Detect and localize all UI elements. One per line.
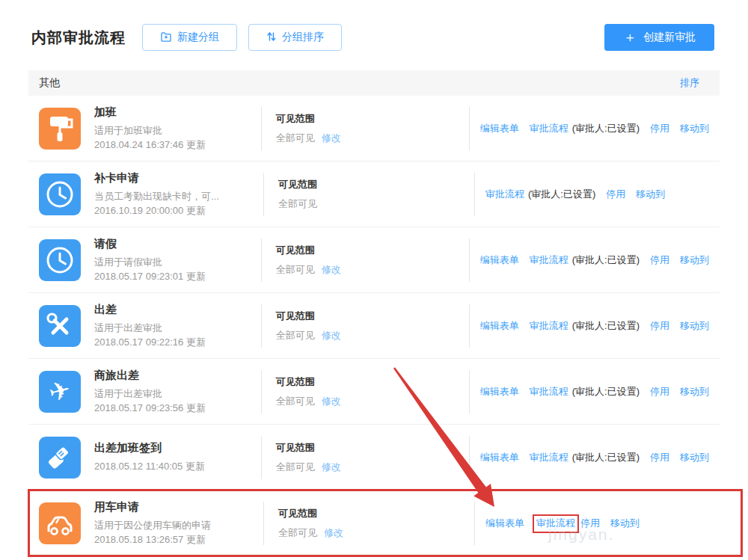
approval-title: 补卡申请 <box>94 171 263 185</box>
plane-icon: ✈ <box>39 371 81 413</box>
approval-desc: 适用于加班审批 <box>94 123 261 138</box>
approval-flow-link[interactable]: 审批流程 <box>530 122 568 135</box>
approver-set-text: (审批人:已设置) <box>572 253 640 267</box>
visible-range-value: 全部可见修改 <box>276 329 469 342</box>
create-approval-button[interactable]: ＋ 创建新审批 <box>604 24 714 51</box>
approver-set-text: (审批人:已设置) <box>572 319 640 333</box>
approval-updated-at: 2018.05.12 11:40:05 更新 <box>94 459 261 473</box>
edit-form-link[interactable]: 编辑表单 <box>480 319 519 333</box>
visible-all-text: 全部可见 <box>278 527 317 538</box>
disable-link[interactable]: 停用 <box>650 253 669 267</box>
handshake-icon <box>39 437 81 479</box>
edit-form-link[interactable]: 编辑表单 <box>480 451 519 464</box>
disable-link[interactable]: 停用 <box>606 188 625 201</box>
plus-icon: ＋ <box>623 31 637 44</box>
page-header: 内部审批流程 新建分组 分组排序 ＋ 创建新审批 <box>0 0 748 51</box>
approval-title: 出差加班签到 <box>94 441 261 455</box>
move-to-link[interactable]: 移动到 <box>680 122 709 135</box>
approval-info: 出差加班签到2018.05.12 11:40:05 更新 <box>94 441 261 473</box>
disable-link[interactable]: 停用 <box>650 385 669 399</box>
visible-range-value: 全部可见 <box>278 197 474 211</box>
approval-row: 出差适用于出差审批2018.05.17 09:22:16 更新可见范围全部可见修… <box>28 293 720 359</box>
approval-updated-at: 2018.05.17 09:22:16 更新 <box>94 335 261 349</box>
group-bar-other: 其他 排序 <box>28 70 720 96</box>
visible-range-label: 可见范围 <box>278 178 474 191</box>
visible-range-column: 可见范围全部可见修改 <box>261 370 469 413</box>
approval-title: 出差 <box>94 303 261 317</box>
approver-set-text: (审批人:已设置) <box>572 122 640 135</box>
annotation-red-box: 审批流程 <box>533 514 579 533</box>
approval-flow-link[interactable]: 审批流程 <box>530 253 568 267</box>
move-to-link[interactable]: 移动到 <box>636 188 665 201</box>
visible-range-label: 可见范围 <box>276 375 469 389</box>
approval-desc: 当员工考勤出现缺卡时，可... <box>94 189 263 203</box>
modify-link[interactable]: 修改 <box>324 527 343 538</box>
edit-form-link[interactable]: 编辑表单 <box>480 385 519 399</box>
approval-flow-link[interactable]: 审批流程 <box>485 188 524 201</box>
approval-updated-at: 2018.05.18 13:26:57 更新 <box>94 532 263 547</box>
visible-range-label: 可见范围 <box>276 112 469 126</box>
modify-link[interactable]: 修改 <box>322 330 341 341</box>
approval-row: ✈商旅出差适用于出差审批2018.05.17 09:23:56 更新可见范围全部… <box>28 359 720 425</box>
approver-set-text: (审批人:已设置) <box>572 451 640 464</box>
edit-form-link[interactable]: 编辑表单 <box>480 122 519 135</box>
edit-form-link[interactable]: 编辑表单 <box>480 253 519 267</box>
visible-all-text: 全部可见 <box>276 264 315 275</box>
move-to-link[interactable]: 移动到 <box>680 385 709 399</box>
visible-range-value: 全部可见修改 <box>276 395 469 408</box>
approval-flow-link[interactable]: 审批流程 <box>536 517 575 529</box>
new-group-label: 新建分组 <box>177 31 219 44</box>
car-icon <box>39 502 81 544</box>
approval-flow-link[interactable]: 审批流程 <box>530 319 568 333</box>
approval-management-page: 内部审批流程 新建分组 分组排序 ＋ 创建新审批 其他 排序 加班适用于加班审批… <box>0 0 748 560</box>
tools-icon <box>39 305 81 347</box>
approval-row: 出差加班签到2018.05.12 11:40:05 更新可见范围全部可见修改编辑… <box>28 425 720 490</box>
modify-link[interactable]: 修改 <box>322 132 341 144</box>
move-to-link[interactable]: 移动到 <box>610 517 640 530</box>
group-sort-button[interactable]: 分组排序 <box>248 24 342 51</box>
visible-range-column: 可见范围全部可见修改 <box>261 239 469 282</box>
move-to-link[interactable]: 移动到 <box>680 319 709 333</box>
modify-link[interactable]: 修改 <box>322 264 341 275</box>
visible-range-value: 全部可见修改 <box>276 461 469 474</box>
visible-all-text: 全部可见 <box>276 132 315 144</box>
modify-link[interactable]: 修改 <box>322 461 341 473</box>
sort-link[interactable]: 排序 <box>680 76 699 90</box>
row-actions: 编辑表单审批流程(审批人:已设置)停用移动到 <box>469 436 720 479</box>
svg-text:✈: ✈ <box>46 374 73 408</box>
edit-form-link[interactable]: 编辑表单 <box>485 517 524 530</box>
disable-link[interactable]: 停用 <box>580 517 600 530</box>
disable-link[interactable]: 停用 <box>650 319 669 333</box>
approval-title: 用车申请 <box>94 500 263 514</box>
approval-desc: 适用于请假审批 <box>94 255 261 269</box>
new-group-button[interactable]: 新建分组 <box>142 24 237 51</box>
disable-link[interactable]: 停用 <box>650 122 669 135</box>
approval-info: 用车申请适用于因公使用车辆的申请2018.05.18 13:26:57 更新 <box>94 500 263 547</box>
disable-link[interactable]: 停用 <box>650 451 669 464</box>
approval-info: 商旅出差适用于出差审批2018.05.17 09:23:56 更新 <box>94 369 261 415</box>
visible-range-column: 可见范围全部可见修改 <box>263 502 474 545</box>
approval-flow-link[interactable]: 审批流程 <box>530 385 568 399</box>
approval-title: 加班 <box>94 105 261 120</box>
approval-desc: 适用于因公使用车辆的申请 <box>94 518 263 532</box>
group-sort-label: 分组排序 <box>282 31 324 44</box>
approver-set-text: (审批人:已设置) <box>528 188 595 201</box>
folder-plus-icon <box>160 31 172 45</box>
approval-flow-link[interactable]: 审批流程 <box>530 451 568 464</box>
visible-range-label: 可见范围 <box>278 507 474 520</box>
row-actions: 编辑表单审批流程(审批人:已设置)停用移动到 <box>469 239 720 282</box>
sort-arrows-icon <box>266 31 277 45</box>
approval-desc: 适用于出差审批 <box>94 387 261 401</box>
visible-range-column: 可见范围全部可见修改 <box>261 304 469 348</box>
visible-range-column: 可见范围全部可见修改 <box>261 107 469 150</box>
modify-link[interactable]: 修改 <box>322 396 341 407</box>
approval-updated-at: 2018.05.17 09:23:01 更新 <box>94 269 261 283</box>
move-to-link[interactable]: 移动到 <box>680 451 709 464</box>
move-to-link[interactable]: 移动到 <box>680 253 709 267</box>
page-title: 内部审批流程 <box>31 28 126 48</box>
approval-list: 加班适用于加班审批2018.04.24 16:37:46 更新可见范围全部可见修… <box>28 96 720 556</box>
approval-updated-at: 2018.05.17 09:23:56 更新 <box>94 401 261 415</box>
approval-info: 出差适用于出差审批2018.05.17 09:22:16 更新 <box>94 303 261 349</box>
approval-info: 加班适用于加班审批2018.04.24 16:37:46 更新 <box>94 105 261 152</box>
approval-title: 商旅出差 <box>94 369 261 383</box>
